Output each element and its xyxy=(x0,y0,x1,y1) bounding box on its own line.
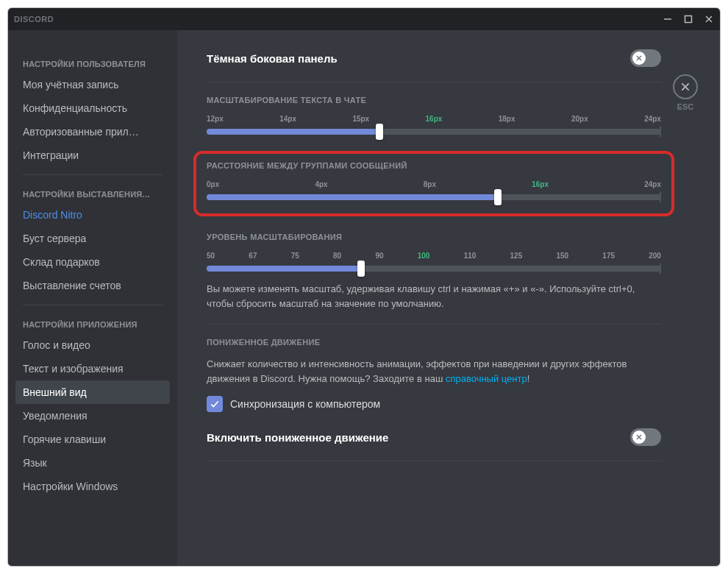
slider-tick: 24px xyxy=(644,115,661,123)
zoom-label: УРОВЕНЬ МАСШТАБИРОВАНИЯ xyxy=(207,233,661,241)
window-maximize-button[interactable] xyxy=(683,14,693,24)
dark-sidebar-title: Тёмная боковая панель xyxy=(207,52,338,65)
sidebar-section-header: НАСТРОЙКИ ПРИЛОЖЕНИЯ xyxy=(15,313,170,333)
slider-tick: 0px xyxy=(207,180,219,188)
slider-thumb[interactable] xyxy=(357,261,365,277)
sidebar-item-account[interactable]: Моя учётная запись xyxy=(15,73,170,96)
slider-tick: 100 xyxy=(418,252,430,260)
slider-tick: 8px xyxy=(424,180,436,188)
sidebar-item-billing[interactable]: Выставление счетов xyxy=(15,274,170,297)
sidebar-item-appearance[interactable]: Внешний вид xyxy=(15,380,170,404)
dark-sidebar-toggle[interactable] xyxy=(630,49,661,67)
group-spacing-slider[interactable] xyxy=(207,194,661,200)
sync-with-computer-checkbox[interactable] xyxy=(207,396,223,412)
slider-tick: 175 xyxy=(602,252,615,260)
slider-tick: 200 xyxy=(649,252,661,260)
slider-thumb[interactable] xyxy=(494,189,502,205)
group-spacing-label: РАССТОЯНИЕ МЕЖДУ ГРУППАМИ СООБЩЕНИЙ xyxy=(207,161,661,170)
enable-reduced-motion-title: Включить пониженное движение xyxy=(207,431,388,444)
slider-tick: 12px xyxy=(207,115,224,123)
sidebar-item-boost[interactable]: Буст сервера xyxy=(15,227,170,250)
zoom-slider[interactable] xyxy=(207,266,661,272)
slider-tick: 110 xyxy=(464,252,477,260)
zoom-description: Вы можете изменять масштаб, удерживая кл… xyxy=(207,282,661,311)
sidebar-item-text[interactable]: Текст и изображения xyxy=(15,357,170,380)
reduced-motion-description: Снижает количество и интенсивность анима… xyxy=(207,357,661,386)
slider-thumb[interactable] xyxy=(376,124,383,140)
svg-rect-1 xyxy=(685,16,692,23)
slider-tick: 14px xyxy=(279,115,296,123)
slider-tick: 75 xyxy=(291,252,299,260)
sync-with-computer-label: Синхронизация с компьютером xyxy=(230,398,380,410)
slider-tick: 24px xyxy=(644,180,661,188)
window-close-button[interactable] xyxy=(704,14,714,24)
brand-label: DISCORD xyxy=(14,15,54,24)
slider-tick: 90 xyxy=(375,252,383,260)
slider-tick: 150 xyxy=(556,252,568,260)
slider-tick: 67 xyxy=(249,252,257,260)
slider-tick: 16px xyxy=(426,115,443,123)
sidebar-item-privacy[interactable]: Конфиденциальность xyxy=(15,96,170,120)
font-scaling-slider[interactable] xyxy=(207,129,661,135)
sidebar-item-voice[interactable]: Голос и видео xyxy=(15,333,170,357)
slider-tick: 80 xyxy=(333,252,341,260)
slider-tick: 15px xyxy=(352,115,369,123)
slider-tick: 4px xyxy=(315,180,327,188)
slider-tick: 16px xyxy=(532,180,549,188)
sidebar-item-language[interactable]: Язык xyxy=(15,451,170,475)
sidebar-item-integrations[interactable]: Интеграции xyxy=(15,144,170,167)
window-minimize-button[interactable] xyxy=(663,14,673,24)
esc-label: ESC xyxy=(673,102,698,111)
close-settings-button[interactable]: ESC xyxy=(673,74,698,111)
titlebar: DISCORD xyxy=(8,8,720,30)
help-center-link[interactable]: справочный центр xyxy=(446,373,527,384)
sidebar-item-gifts[interactable]: Склад подарков xyxy=(15,250,170,274)
sidebar-item-nitro[interactable]: Discord Nitro xyxy=(15,203,170,227)
sidebar-item-keybinds[interactable]: Горячие клавиши xyxy=(15,428,170,451)
sidebar-section-header: НАСТРОЙКИ ПОЛЬЗОВАТЕЛЯ xyxy=(15,52,170,73)
slider-tick: 50 xyxy=(207,252,215,260)
highlight-annotation: РАССТОЯНИЕ МЕЖДУ ГРУППАМИ СООБЩЕНИЙ 0px4… xyxy=(193,151,674,216)
enable-reduced-motion-toggle[interactable] xyxy=(630,428,661,446)
sidebar-item-apps[interactable]: Авторизованные прил… xyxy=(15,120,170,144)
sidebar-section-header: НАСТРОЙКИ ВЫСТАВЛЕНИЯ… xyxy=(15,183,170,203)
font-scaling-label: МАСШТАБИРОВАНИЕ ТЕКСТА В ЧАТЕ xyxy=(207,96,661,104)
sidebar: НАСТРОЙКИ ПОЛЬЗОВАТЕЛЯМоя учётная запись… xyxy=(8,30,177,566)
close-icon xyxy=(673,74,698,99)
content: ESC Тёмная боковая панель МАСШТАБИРОВАНИ… xyxy=(177,30,720,566)
slider-tick: 18px xyxy=(499,115,515,123)
slider-tick: 20px xyxy=(571,115,588,123)
slider-tick: 125 xyxy=(510,252,523,260)
sidebar-item-windows[interactable]: Настройки Windows xyxy=(15,475,170,498)
reduced-motion-label: ПОНИЖЕННОЕ ДВИЖЕНИЕ xyxy=(207,338,661,347)
sidebar-item-notifications[interactable]: Уведомления xyxy=(15,404,170,428)
